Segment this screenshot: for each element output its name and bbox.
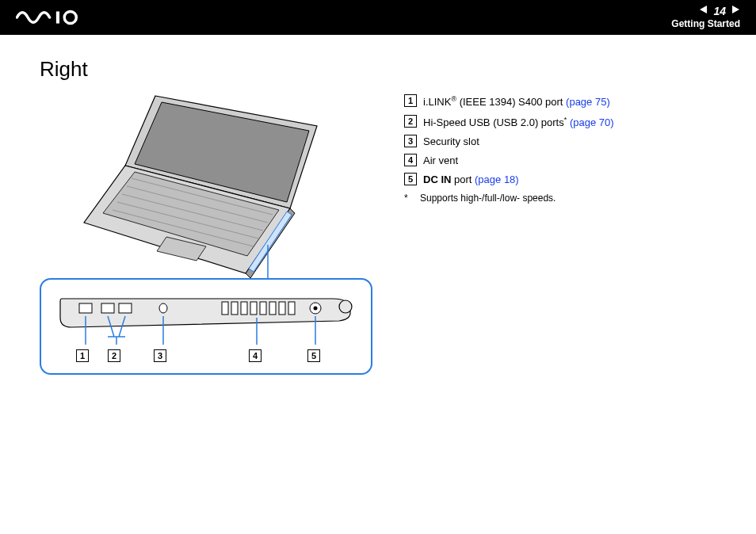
page: 14 Getting Started Right — [0, 0, 756, 534]
body: Right — [0, 35, 756, 391]
content-row: 1 2 3 4 5 1 i.LINK® (IEEE 1394) S400 por… — [40, 90, 724, 375]
legend-num-2: 2 — [404, 115, 417, 128]
callout-5: 5 — [307, 348, 320, 362]
svg-rect-29 — [288, 302, 295, 315]
legend-num-3: 3 — [404, 135, 417, 147]
svg-marker-2 — [700, 6, 707, 13]
footnote-text: Supports high-/full-/low- speeds. — [420, 193, 556, 204]
legend-item-5: 5 DC IN port (page 18) — [404, 173, 724, 187]
svg-rect-25 — [250, 302, 257, 315]
svg-point-31 — [314, 307, 318, 311]
vaio-logo-svg — [16, 10, 103, 25]
footnote-mark: * — [404, 193, 410, 204]
page-number: 14 — [713, 4, 726, 18]
section-name: Getting Started — [671, 18, 740, 31]
legend-item-4: 4 Air vent — [404, 154, 724, 168]
page-link-75[interactable]: (page 75) — [566, 96, 610, 108]
laptop-illustration — [79, 90, 333, 280]
callout-3: 3 — [154, 348, 166, 362]
side-view-illustration — [52, 292, 360, 348]
svg-rect-18 — [79, 303, 92, 313]
legend-text-4: Air vent — [423, 154, 458, 168]
legend-num-5: 5 — [404, 173, 417, 185]
svg-rect-26 — [260, 302, 266, 315]
legend-num-4: 4 — [404, 154, 417, 166]
svg-point-1 — [64, 11, 76, 23]
legend-text-2: Hi-Speed USB (USB 2.0) ports* (page 70) — [423, 115, 614, 131]
footnote: * Supports high-/full-/low- speeds. — [404, 193, 724, 204]
svg-rect-28 — [279, 302, 285, 315]
header-right: 14 Getting Started — [671, 4, 740, 31]
figure-column: 1 2 3 4 5 — [40, 90, 372, 375]
page-link-70[interactable]: (page 70) — [570, 116, 614, 128]
svg-rect-24 — [241, 302, 247, 315]
legend-num-1: 1 — [404, 94, 417, 107]
svg-point-17 — [339, 300, 352, 313]
callout-frame: 1 2 3 4 5 — [40, 278, 372, 375]
svg-marker-3 — [732, 6, 739, 13]
prev-page-icon[interactable] — [699, 5, 708, 18]
legend-text-3: Security slot — [423, 135, 479, 149]
svg-rect-23 — [231, 302, 238, 315]
svg-rect-20 — [119, 303, 132, 313]
legend-text-5: DC IN port (page 18) — [423, 173, 519, 187]
legend-text-1: i.LINK® (IEEE 1394) S400 port (page 75) — [423, 94, 610, 110]
callout-2: 2 — [108, 348, 120, 362]
svg-rect-0 — [56, 11, 59, 23]
page-title: Right — [40, 57, 724, 82]
svg-rect-27 — [269, 302, 276, 315]
page-link-18[interactable]: (page 18) — [475, 174, 519, 185]
next-page-icon[interactable] — [731, 5, 740, 18]
legend-item-2: 2 Hi-Speed USB (USB 2.0) ports* (page 70… — [404, 115, 724, 131]
vaio-logo — [16, 10, 103, 25]
legend-item-3: 3 Security slot — [404, 135, 724, 149]
legend-item-1: 1 i.LINK® (IEEE 1394) S400 port (page 75… — [404, 94, 724, 110]
callout-labels: 1 2 3 4 5 — [52, 348, 360, 364]
callout-4: 4 — [249, 348, 262, 362]
legend-list: 1 i.LINK® (IEEE 1394) S400 port (page 75… — [404, 90, 724, 204]
pager: 14 — [671, 4, 740, 18]
svg-rect-22 — [222, 302, 228, 315]
callout-1: 1 — [76, 348, 89, 362]
side-view: 1 2 3 4 5 — [52, 292, 360, 365]
svg-point-21 — [159, 303, 167, 313]
header-bar: 14 Getting Started — [0, 0, 756, 35]
svg-rect-19 — [101, 303, 114, 313]
